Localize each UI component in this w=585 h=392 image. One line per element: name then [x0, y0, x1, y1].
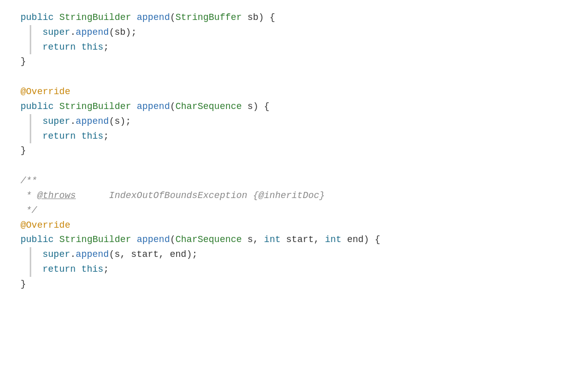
border-group: super.append(s);return this; — [30, 114, 565, 144]
border-group: super.append(sb);return this; — [30, 25, 565, 55]
code-line: } — [20, 54, 565, 69]
code-line: /** — [20, 173, 565, 188]
code-line: super.append(sb); — [43, 25, 565, 40]
code-line: return this; — [43, 40, 565, 55]
code-line: public StringBuilder append(CharSequence… — [20, 99, 565, 114]
code-line: * @throws IndexOutOfBoundsException {@in… — [20, 188, 565, 203]
code-line: } — [20, 277, 565, 292]
border-group: super.append(s, start, end);return this; — [30, 247, 565, 277]
code-line: return this; — [43, 262, 565, 277]
code-block-1: @Overridepublic StringBuilder append(Cha… — [20, 84, 565, 158]
code-line: @Override — [20, 84, 565, 99]
code-line: super.append(s); — [43, 114, 565, 129]
code-line: public StringBuilder append(StringBuffer… — [20, 10, 565, 25]
code-line: super.append(s, start, end); — [43, 247, 565, 262]
code-block-2: /** * @throws IndexOutOfBoundsException … — [20, 173, 565, 291]
code-line: @Override — [20, 218, 565, 233]
code-line: return this; — [43, 129, 565, 144]
code-line: */ — [20, 203, 565, 218]
code-line: public StringBuilder append(CharSequence… — [20, 232, 565, 247]
code-line: } — [20, 143, 565, 158]
code-container: public StringBuilder append(StringBuffer… — [0, 0, 585, 392]
code-block-0: public StringBuilder append(StringBuffer… — [20, 10, 565, 69]
